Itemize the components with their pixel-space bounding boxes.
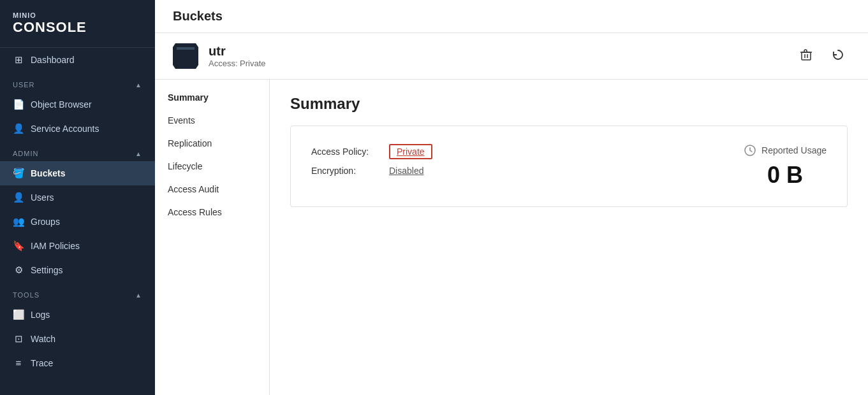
trace-icon: ≡: [13, 357, 24, 368]
logs-icon: ⬜: [13, 309, 24, 320]
bucket-icon: [173, 43, 198, 69]
logo: MINIO CONSOLE: [0, 0, 155, 48]
sidebar-item-label: Groups: [31, 217, 60, 227]
svg-rect-1: [177, 47, 195, 50]
subnav-replication[interactable]: Replication: [155, 132, 269, 155]
access-policy-field: Access Policy: Private: [311, 144, 432, 159]
sidebar-item-service-accounts[interactable]: 👤 Service Accounts: [0, 117, 155, 141]
content-area: Summary Events Replication Lifecycle Acc…: [155, 80, 868, 395]
sidebar-item-label: Trace: [31, 358, 53, 368]
groups-icon: 👥: [13, 216, 24, 227]
sidebar-item-users[interactable]: 👤 Users: [0, 185, 155, 210]
delete-icon: [799, 48, 813, 62]
sidebar-item-groups[interactable]: 👥 Groups: [0, 210, 155, 234]
summary-card: Access Policy: Private Encryption: Disab…: [290, 126, 848, 207]
bucket-actions: [794, 45, 850, 68]
sub-nav: Summary Events Replication Lifecycle Acc…: [155, 80, 270, 395]
user-chevron-icon: ▲: [135, 82, 142, 89]
bucket-header: utr Access: Private: [155, 33, 868, 80]
admin-chevron-icon: ▲: [135, 150, 142, 157]
subnav-events[interactable]: Events: [155, 109, 269, 132]
sidebar-item-settings[interactable]: ⚙ Settings: [0, 258, 155, 282]
logo-mintext: MINIO: [13, 11, 142, 19]
sidebar: MINIO CONSOLE ⊞ Dashboard USER ▲ 📄 Objec…: [0, 0, 155, 395]
sidebar-item-label: Users: [31, 192, 54, 203]
sidebar-item-label: IAM Policies: [31, 241, 80, 251]
sidebar-item-dashboard[interactable]: ⊞ Dashboard: [0, 48, 155, 72]
encryption-label: Encryption:: [311, 166, 381, 176]
summary-fields: Access Policy: Private Encryption: Disab…: [311, 144, 432, 176]
sidebar-item-logs[interactable]: ⬜ Logs: [0, 303, 155, 327]
clock-icon: [744, 144, 756, 157]
sidebar-item-label: Object Browser: [31, 99, 92, 110]
sidebar-item-trace[interactable]: ≡ Trace: [0, 351, 155, 375]
subnav-lifecycle[interactable]: Lifecycle: [155, 155, 269, 178]
sidebar-item-label: Settings: [31, 265, 63, 275]
bucket-access: Access: Private: [209, 59, 784, 68]
summary-title: Summary: [290, 95, 848, 113]
sidebar-item-buckets[interactable]: 🪣 Buckets: [0, 161, 155, 185]
summary-panel: Summary Access Policy: Private Encryptio…: [270, 80, 868, 395]
bucket-svg-icon: [174, 45, 197, 68]
main-content: Buckets utr Access: Private: [155, 0, 868, 395]
svg-marker-0: [177, 47, 195, 65]
subnav-access-audit[interactable]: Access Audit: [155, 178, 269, 201]
refresh-button[interactable]: [826, 45, 850, 68]
logo-console: CONSOLE: [13, 19, 142, 36]
sidebar-item-label: Buckets: [31, 168, 65, 178]
refresh-icon: [831, 48, 845, 62]
buckets-icon: 🪣: [13, 168, 24, 179]
reported-usage-header: Reported Usage: [744, 144, 827, 157]
users-icon: 👤: [13, 192, 24, 203]
service-accounts-icon: 👤: [13, 123, 24, 134]
dashboard-icon: ⊞: [13, 54, 24, 66]
subnav-summary[interactable]: Summary: [155, 86, 269, 109]
access-policy-value[interactable]: Private: [389, 144, 432, 159]
sidebar-item-label: Watch: [31, 334, 55, 344]
bucket-title-block: utr Access: Private: [209, 44, 784, 68]
encryption-value[interactable]: Disabled: [389, 166, 423, 176]
encryption-field: Encryption: Disabled: [311, 166, 432, 176]
sidebar-item-iam-policies[interactable]: 🔖 IAM Policies: [0, 234, 155, 258]
user-section-label: USER ▲: [0, 72, 155, 92]
reported-usage-label: Reported Usage: [761, 145, 827, 155]
svg-rect-2: [802, 52, 811, 60]
tools-chevron-icon: ▲: [135, 292, 142, 299]
sidebar-item-label: Service Accounts: [31, 124, 99, 134]
watch-icon: ⊡: [13, 333, 24, 345]
sidebar-item-label: Logs: [31, 310, 50, 320]
iam-icon: 🔖: [13, 240, 24, 252]
reported-usage-value: 0 B: [767, 162, 803, 189]
admin-section-label: ADMIN ▲: [0, 141, 155, 161]
reported-usage-block: Reported Usage 0 B: [744, 144, 827, 189]
sidebar-item-watch[interactable]: ⊡ Watch: [0, 327, 155, 351]
delete-bucket-button[interactable]: [794, 45, 818, 68]
tools-section-label: TOOLS ▲: [0, 282, 155, 303]
sidebar-item-label: Dashboard: [31, 55, 75, 65]
subnav-access-rules[interactable]: Access Rules: [155, 201, 269, 224]
settings-icon: ⚙: [13, 264, 24, 276]
bucket-name: utr: [209, 44, 784, 59]
page-title: Buckets: [155, 0, 868, 33]
access-policy-label: Access Policy:: [311, 147, 381, 157]
object-browser-icon: 📄: [13, 99, 24, 110]
sidebar-item-object-browser[interactable]: 📄 Object Browser: [0, 92, 155, 117]
